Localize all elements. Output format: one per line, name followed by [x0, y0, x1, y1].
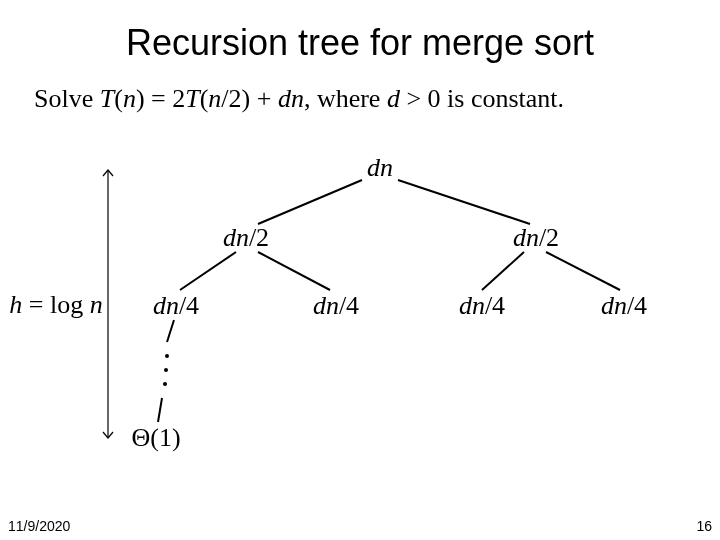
var-dn: dn: [223, 223, 249, 252]
txt: /4: [179, 291, 199, 320]
recursion-tree: h = log n dn dn/2 dn/2 dn/4 dn/4 dn/4 dn…: [0, 140, 720, 480]
txt: /4: [627, 291, 647, 320]
svg-line-4: [258, 252, 330, 290]
txt: /4: [485, 291, 505, 320]
tree-node-leaf: Θ(1): [131, 423, 180, 453]
var-h: h: [9, 290, 22, 319]
tree-node-root: dn: [367, 153, 393, 183]
txt: = log: [22, 290, 89, 319]
ellipsis-dot: [163, 382, 167, 386]
txt: /2: [249, 223, 269, 252]
var-dn: dn: [459, 291, 485, 320]
txt: Solve: [34, 84, 100, 113]
svg-line-2: [398, 180, 530, 224]
txt: , where: [304, 84, 387, 113]
var-n: n: [208, 84, 221, 113]
var-T: T: [185, 84, 199, 113]
txt: /4: [339, 291, 359, 320]
svg-line-7: [167, 320, 174, 342]
var-dn: dn: [313, 291, 339, 320]
txt: (: [114, 84, 123, 113]
tree-node-l2-4: dn/4: [601, 291, 647, 321]
svg-line-6: [546, 252, 620, 290]
svg-line-1: [258, 180, 362, 224]
recurrence-statement: Solve T(n) = 2T(n/2) + dn, where d > 0 i…: [0, 64, 720, 114]
var-dn: dn: [601, 291, 627, 320]
txt: /2: [539, 223, 559, 252]
txt: > 0 is constant.: [400, 84, 564, 113]
tree-node-l2-2: dn/4: [313, 291, 359, 321]
var-dn: dn: [278, 84, 304, 113]
tree-node-l1-right: dn/2: [513, 223, 559, 253]
page-title: Recursion tree for merge sort: [0, 0, 720, 64]
ellipsis-dot: [164, 368, 168, 372]
footer-date: 11/9/2020: [8, 518, 70, 534]
var-dn: dn: [153, 291, 179, 320]
ellipsis-dot: [165, 354, 169, 358]
var-dn: dn: [367, 153, 393, 182]
var-dn: dn: [513, 223, 539, 252]
txt: ) = 2: [136, 84, 185, 113]
tree-node-l2-1: dn/4: [153, 291, 199, 321]
svg-line-3: [180, 252, 236, 290]
svg-line-8: [158, 398, 162, 422]
footer-page-number: 16: [696, 518, 712, 534]
var-n: n: [123, 84, 136, 113]
var-d: d: [387, 84, 400, 113]
var-T: T: [100, 84, 114, 113]
height-label: h = log n: [9, 290, 102, 320]
txt: /2) +: [221, 84, 278, 113]
svg-line-5: [482, 252, 524, 290]
tree-node-l2-3: dn/4: [459, 291, 505, 321]
tree-node-l1-left: dn/2: [223, 223, 269, 253]
var-n: n: [90, 290, 103, 319]
